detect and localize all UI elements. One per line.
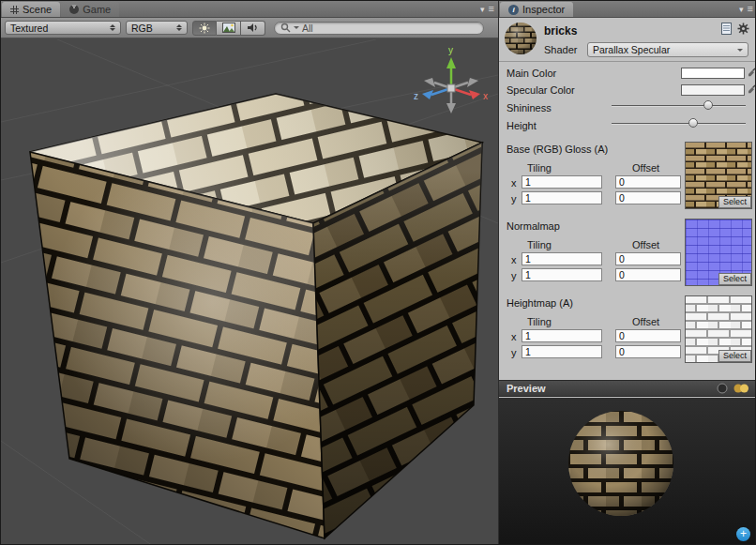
eyedropper-icon[interactable] [747,83,756,97]
scene-grid-icon [10,6,19,14]
preview-sphere-icon[interactable] [717,383,728,394]
y-axis-label: y [511,193,517,204]
gizmo-y-cone[interactable] [446,57,456,68]
speaker-icon [247,23,259,33]
base-offset-x-field[interactable] [615,175,681,189]
base-offset-y-field[interactable] [615,191,681,204]
chevron-down-icon: ▾ [739,4,744,15]
scene-panel-menu[interactable]: ▾≡ [480,4,494,15]
gizmo-neg-y-cone[interactable] [446,103,456,114]
gear-icon[interactable] [737,23,749,37]
scene-panel: Scene Game ▾≡ Textured RGB [1,1,498,545]
render-mode-value: Textured [10,23,48,34]
offset-header: Offset [632,162,659,174]
height-tiling-x-field[interactable] [522,329,602,342]
effects-toggle-button[interactable] [217,21,241,36]
normal-offset-y-field[interactable] [615,268,681,281]
tiling-header: Tiling [527,162,552,174]
normal-tiling-y-field[interactable] [522,268,602,281]
slider-thumb[interactable] [703,100,713,110]
height-tiling-y-field[interactable] [522,345,602,358]
normalmap-select-button[interactable]: Select [718,273,751,285]
normalmap-label: Normalmap [507,220,560,232]
color-mode-dropdown[interactable]: RGB [126,21,188,35]
heightmap-select-button[interactable]: Select [718,350,751,362]
shininess-label: Shininess [507,102,552,114]
inspector-panel-menu[interactable]: ▾≡ [739,4,753,15]
preview-header[interactable]: Preview [499,380,756,397]
height-offset-x-field[interactable] [615,329,681,342]
offset-header: Offset [632,316,659,327]
tab-inspector[interactable]: i Inspector [500,2,573,17]
material-header: bricks Shader [499,18,756,62]
lighting-toggle-button[interactable] [192,21,217,36]
tab-inspector-label: Inspector [522,4,565,15]
base-map-section: Base (RGB) Gloss (A) Tiling Offset x y [499,144,756,219]
info-icon: i [508,5,519,15]
slider-track [612,123,746,125]
gizmo-center-cube[interactable] [447,84,455,92]
normal-offset-x-field[interactable] [615,252,681,265]
x-axis-label: x [511,331,517,342]
unity-editor-window: Scene Game ▾≡ Textured RGB [0,0,756,545]
orientation-gizmo[interactable]: y x z [412,45,491,124]
search-filter-label: All [302,23,313,34]
eyedropper-icon[interactable] [747,67,756,80]
material-name: bricks [544,24,577,38]
x-axis-label: x [511,177,517,189]
tab-game[interactable]: Game [61,2,119,17]
tiling-header: Tiling [527,239,552,250]
audio-toggle-button[interactable] [241,21,265,36]
chevron-down-icon: ▾ [480,4,485,15]
help-doc-icon[interactable] [721,23,732,37]
shader-value: Parallax Specular [593,44,670,55]
tab-game-label: Game [83,4,111,15]
preview-area[interactable]: + [499,398,756,545]
tiling-header: Tiling [527,316,552,327]
game-icon [69,5,79,14]
sun-icon [198,23,211,34]
updown-arrows-icon [110,24,115,31]
heightmap-label: Heightmap (A) [507,297,573,309]
slider-thumb[interactable] [688,118,698,128]
normalmap-section: Normalmap Tiling Offset x y Select [499,220,756,295]
plus-icon[interactable]: + [736,527,750,541]
updown-arrows-icon [176,24,182,31]
y-axis-label: y [511,270,517,281]
scene-viewport[interactable]: y x z [1,39,498,545]
preview-light-icon[interactable] [733,384,749,393]
offset-header: Offset [632,239,659,250]
base-select-button[interactable]: Select [718,196,751,208]
base-tiling-x-field[interactable] [522,175,602,189]
height-offset-y-field[interactable] [615,345,681,358]
tab-scene[interactable]: Scene [2,2,60,17]
heightmap-thumbnail[interactable]: Select [685,295,752,363]
gizmo-neg-x-cone[interactable] [424,78,435,87]
height-label: Height [507,120,537,131]
gizmo-x-label: x [483,91,488,101]
scene-search-field[interactable]: All [274,22,484,35]
gizmo-neg-z-cone[interactable] [467,78,478,87]
scene-tabstrip: Scene Game ▾≡ [1,1,498,18]
gizmo-y-label: y [448,45,453,55]
specular-color-label: Specular Color [507,84,575,96]
base-tiling-y-field[interactable] [522,191,602,204]
base-texture-thumbnail[interactable]: Select [685,142,752,209]
specular-color-swatch[interactable] [681,84,745,96]
scene-toggle-group [192,21,265,36]
y-axis-label: y [511,347,517,358]
inspector-panel: i Inspector ▾≡ [498,1,756,545]
shininess-slider[interactable] [612,99,746,113]
preview-sphere-render [499,398,756,545]
render-mode-dropdown[interactable]: Textured [5,21,121,35]
main-color-swatch[interactable] [681,68,745,79]
normalmap-thumbnail[interactable]: Select [685,219,752,286]
normal-tiling-x-field[interactable] [522,252,602,265]
shader-dropdown[interactable]: Parallax Specular [587,42,748,57]
color-mode-value: RGB [131,23,153,34]
slider-track [612,105,746,107]
tab-scene-label: Scene [23,4,52,15]
material-preview-ball [504,22,537,55]
height-slider[interactable] [612,117,746,130]
search-icon [280,23,291,33]
